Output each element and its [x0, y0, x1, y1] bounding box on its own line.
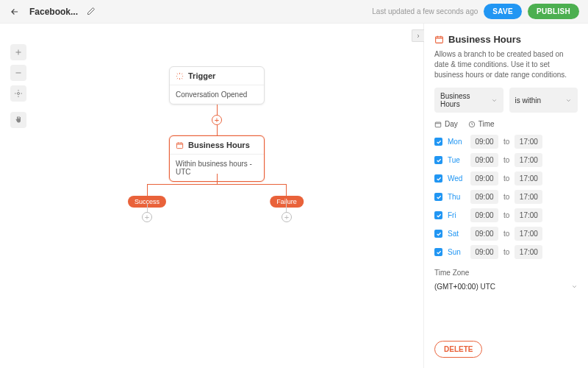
svg-rect-1	[176, 143, 182, 148]
from-time-input[interactable]	[470, 190, 498, 204]
day-checkbox[interactable]	[434, 211, 442, 219]
save-button[interactable]: SAVE	[484, 4, 522, 19]
timezone-label: Time Zone	[434, 269, 578, 277]
app-header: Facebook... Last updated a few seconds a…	[0, 0, 588, 24]
from-time-input[interactable]	[470, 227, 498, 241]
from-time-input[interactable]	[470, 135, 498, 149]
add-success-step[interactable]: +	[142, 212, 152, 222]
trigger-icon	[176, 72, 184, 80]
day-row: Sunto	[434, 243, 578, 261]
workflow-title: Facebook...	[29, 7, 78, 17]
day-rows: MontoTuetoWedtoThutoFritoSattoSunto	[434, 132, 578, 261]
to-label: to	[503, 248, 509, 256]
chevron-down-icon	[491, 97, 498, 104]
to-label: to	[503, 156, 509, 164]
day-row: Tueto	[434, 151, 578, 169]
business-hours-title: Business Hours	[188, 141, 250, 149]
calendar-icon	[434, 35, 444, 44]
to-time-input[interactable]	[514, 171, 542, 185]
day-label: Thu	[448, 193, 465, 201]
day-checkbox[interactable]	[434, 193, 442, 201]
to-label: to	[503, 174, 509, 183]
zoom-out-button[interactable]	[10, 65, 26, 81]
day-label: Fri	[448, 211, 465, 219]
time-mode-toggle[interactable]: Time	[468, 120, 495, 128]
sidebar-description: Allows a branch to be created based on d…	[434, 49, 578, 80]
day-row: Thuto	[434, 188, 578, 206]
to-time-input[interactable]	[514, 227, 542, 241]
fit-button[interactable]	[10, 85, 26, 102]
svg-point-0	[18, 93, 20, 95]
day-label: Sun	[448, 248, 465, 256]
branch-connector: Success Failure + +	[126, 174, 307, 233]
day-checkbox[interactable]	[434, 230, 442, 238]
trigger-body: Conversation Opened	[170, 85, 264, 104]
calendar-small-icon	[434, 121, 442, 128]
sidebar-title: Business Hours	[448, 34, 521, 45]
to-time-input[interactable]	[514, 135, 542, 149]
node-connector: +	[169, 105, 265, 135]
day-label: Mon	[448, 138, 465, 146]
day-label: Sat	[448, 230, 465, 238]
delete-button[interactable]: DELETE	[434, 341, 482, 358]
to-time-input[interactable]	[514, 190, 542, 204]
to-label: to	[503, 230, 509, 238]
day-checkbox[interactable]	[434, 248, 442, 256]
svg-rect-3	[435, 122, 441, 127]
from-time-input[interactable]	[470, 171, 498, 185]
day-checkbox[interactable]	[434, 138, 442, 146]
to-time-input[interactable]	[514, 208, 542, 222]
last-updated-text: Last updated a few seconds ago	[372, 7, 478, 15]
publish-button[interactable]: PUBLISH	[528, 4, 579, 19]
zoom-in-button[interactable]	[10, 44, 26, 60]
day-checkbox[interactable]	[434, 156, 442, 164]
trigger-title: Trigger	[188, 71, 215, 80]
chevron-down-icon	[571, 283, 578, 290]
day-label: Tue	[448, 156, 465, 164]
to-label: to	[503, 138, 509, 146]
day-row: Wedto	[434, 169, 578, 188]
back-button[interactable]	[9, 6, 21, 18]
calendar-icon	[176, 141, 184, 149]
edit-title-button[interactable]	[87, 7, 97, 17]
workflow-canvas[interactable]: Trigger Conversation Opened + Business H…	[0, 24, 423, 368]
day-checkbox[interactable]	[434, 174, 442, 183]
from-time-input[interactable]	[470, 208, 498, 222]
collapse-sidebar-button[interactable]	[412, 29, 424, 42]
trigger-node[interactable]: Trigger Conversation Opened	[169, 66, 265, 105]
timezone-select[interactable]: (GMT+00:00) UTC	[434, 280, 578, 294]
add-failure-step[interactable]: +	[282, 212, 292, 222]
day-mode-toggle[interactable]: Day	[434, 120, 458, 128]
canvas-tools	[10, 44, 26, 128]
svg-rect-2	[436, 37, 443, 43]
condition-type-select[interactable]: Business Hours	[434, 88, 503, 113]
properties-sidebar: Business Hours Allows a branch to be cre…	[423, 24, 588, 368]
pan-button[interactable]	[10, 112, 26, 128]
day-row: Monto	[434, 132, 578, 151]
from-time-input[interactable]	[470, 153, 498, 167]
to-time-input[interactable]	[514, 245, 542, 259]
clock-icon	[468, 121, 476, 128]
condition-operator-select[interactable]: is within	[509, 88, 578, 113]
to-label: to	[503, 193, 509, 201]
day-row: Satto	[434, 224, 578, 243]
day-row: Frito	[434, 206, 578, 224]
chevron-down-icon	[565, 97, 572, 104]
to-time-input[interactable]	[514, 153, 542, 167]
day-label: Wed	[448, 174, 465, 183]
add-step-button[interactable]: +	[212, 115, 222, 125]
from-time-input[interactable]	[470, 245, 498, 259]
to-label: to	[503, 211, 509, 219]
